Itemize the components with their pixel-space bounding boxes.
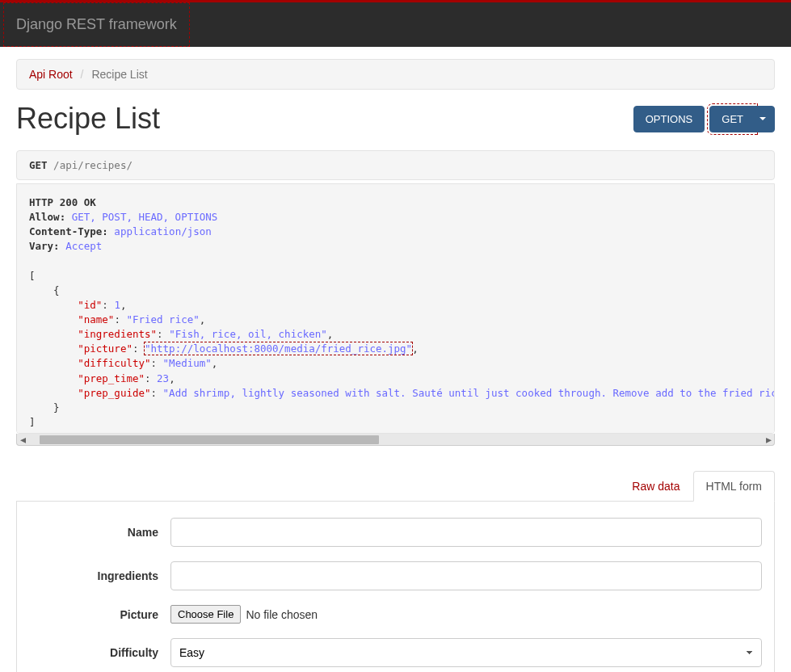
scroll-right-arrow-icon: ▸ (763, 435, 774, 445)
navbar-brand-link[interactable]: Django REST framework (4, 3, 189, 46)
breadcrumb-current: Recipe List (91, 68, 147, 81)
picture-label: Picture (29, 608, 170, 621)
request-line: GET /api/recipes/ (16, 150, 775, 180)
scroll-left-arrow-icon: ◂ (17, 435, 28, 445)
form-tabs: Raw data HTML form (16, 470, 775, 502)
get-button[interactable]: GET (709, 106, 755, 132)
tab-raw-data[interactable]: Raw data (619, 471, 692, 502)
navbar: Django REST framework (0, 0, 791, 47)
choose-file-button[interactable]: Choose File (170, 605, 241, 624)
ingredients-label: Ingredients (29, 569, 170, 582)
response-body: HTTP 200 OK Allow: GET, POST, HEAD, OPTI… (16, 183, 775, 434)
chevron-down-icon (759, 117, 766, 120)
action-buttons: OPTIONS GET (633, 106, 775, 132)
breadcrumb: Api Root / Recipe List (16, 59, 775, 90)
horizontal-scrollbar[interactable]: ◂ ▸ (16, 434, 775, 446)
difficulty-select[interactable]: Easy (170, 638, 762, 667)
difficulty-label: Difficulty (29, 646, 170, 659)
page-title: Recipe List (16, 102, 160, 136)
tab-html-form[interactable]: HTML form (693, 471, 775, 502)
breadcrumb-api-root-link[interactable]: Api Root (29, 68, 73, 81)
html-form-panel: Name Ingredients Picture Choose File No … (16, 502, 775, 672)
name-label: Name (29, 526, 170, 539)
breadcrumb-separator: / (76, 68, 89, 81)
get-dropdown-toggle[interactable] (751, 106, 775, 132)
options-button[interactable]: OPTIONS (633, 106, 705, 132)
file-chosen-text: No file chosen (246, 608, 318, 621)
name-input[interactable] (170, 518, 762, 547)
scroll-thumb[interactable] (40, 435, 379, 444)
ingredients-input[interactable] (170, 561, 762, 590)
